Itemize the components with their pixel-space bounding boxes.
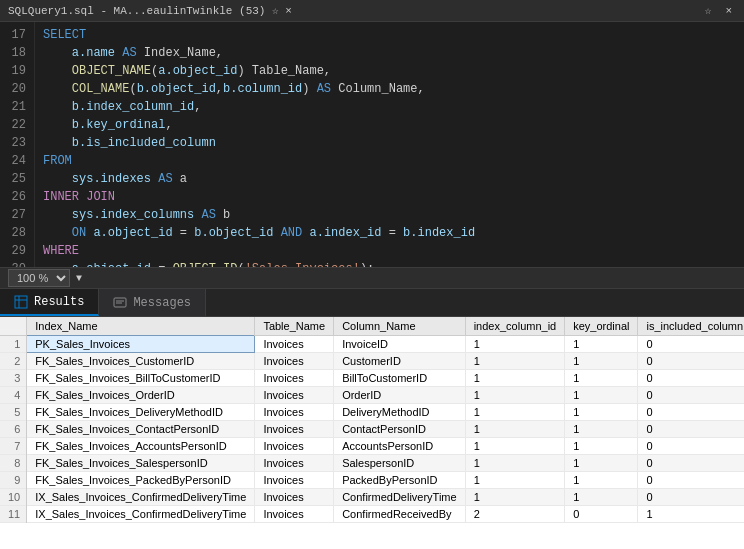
- table-cell: Invoices: [255, 387, 334, 404]
- tab-bar: Results Messages: [0, 289, 744, 317]
- table-cell: 1: [565, 336, 638, 353]
- table-cell: 1: [465, 472, 565, 489]
- code-token: AND: [281, 226, 303, 240]
- table-cell: 1: [465, 336, 565, 353]
- code-editor: 1718192021222324252627282930 SELECT a.na…: [0, 22, 744, 267]
- table-cell: 0: [638, 404, 744, 421]
- zoom-select[interactable]: 100 % 50 % 75 % 125 % 150 %: [8, 269, 70, 287]
- table-cell: 1: [465, 353, 565, 370]
- line-number: 26: [8, 188, 26, 206]
- table-cell: 0: [638, 438, 744, 455]
- code-token: COL_NAME: [43, 82, 129, 96]
- table-cell: 0: [638, 353, 744, 370]
- code-line: sys.indexes AS a: [43, 170, 736, 188]
- table-cell: 1: [565, 387, 638, 404]
- code-token: a.object_id: [93, 226, 172, 240]
- table-row: 8FK_Sales_Invoices_SalespersonIDInvoices…: [0, 455, 744, 472]
- table-cell: Invoices: [255, 336, 334, 353]
- code-token: [43, 208, 72, 222]
- tab-results[interactable]: Results: [0, 289, 99, 316]
- code-token: (: [129, 82, 136, 96]
- code-token: INNER JOIN: [43, 190, 115, 204]
- table-cell: InvoiceID: [334, 336, 466, 353]
- table-cell: ConfirmedReceivedBy: [334, 506, 466, 523]
- table-cell: OrderID: [334, 387, 466, 404]
- results-table-area[interactable]: Index_NameTable_NameColumn_Nameindex_col…: [0, 317, 744, 549]
- table-cell: FK_Sales_Invoices_DeliveryMethodID: [27, 404, 255, 421]
- table-row: 3FK_Sales_Invoices_BillToCustomerIDInvoi…: [0, 370, 744, 387]
- table-cell: 1: [465, 370, 565, 387]
- code-content[interactable]: SELECT a.name AS Index_Name, OBJECT_NAME…: [35, 22, 744, 267]
- row-number-cell: 4: [0, 387, 27, 404]
- table-cell: Invoices: [255, 506, 334, 523]
- column-header: key_ordinal: [565, 317, 638, 336]
- code-token: );: [360, 262, 374, 267]
- table-cell: FK_Sales_Invoices_PackedByPersonID: [27, 472, 255, 489]
- column-header: Index_Name: [27, 317, 255, 336]
- table-cell: 0: [638, 336, 744, 353]
- table-cell: FK_Sales_Invoices_CustomerID: [27, 353, 255, 370]
- code-token: a: [173, 172, 187, 186]
- title-bar: SQLQuery1.sql - MA...eaulinTwinkle (53) …: [0, 0, 744, 22]
- table-cell: 0: [565, 506, 638, 523]
- code-line: sys.index_columns AS b: [43, 206, 736, 224]
- table-cell: IX_Sales_Invoices_ConfirmedDeliveryTime: [27, 506, 255, 523]
- code-line: FROM: [43, 152, 736, 170]
- table-row: 4FK_Sales_Invoices_OrderIDInvoicesOrderI…: [0, 387, 744, 404]
- row-number-cell: 9: [0, 472, 27, 489]
- line-number: 27: [8, 206, 26, 224]
- table-cell: Invoices: [255, 353, 334, 370]
- table-cell: 1: [465, 455, 565, 472]
- code-token: (: [237, 262, 244, 267]
- table-row: 9FK_Sales_Invoices_PackedByPersonIDInvoi…: [0, 472, 744, 489]
- code-line: a.object_id = OBJECT_ID('Sales.Invoices'…: [43, 260, 736, 267]
- code-token: sys.indexes: [72, 172, 151, 186]
- row-number-cell: 1: [0, 336, 27, 353]
- svg-rect-0: [15, 296, 27, 308]
- pin-button[interactable]: ☆: [701, 4, 716, 17]
- table-cell: 0: [638, 472, 744, 489]
- table-cell: 1: [565, 472, 638, 489]
- code-token: OBJECT_ID: [173, 262, 238, 267]
- code-token: b.is_included_column: [43, 136, 216, 150]
- code-line: a.name AS Index_Name,: [43, 44, 736, 62]
- code-token: ,: [194, 100, 201, 114]
- code-token: b.index_column_id: [43, 100, 194, 114]
- table-cell: ContactPersonID: [334, 421, 466, 438]
- code-token: ON: [43, 226, 86, 240]
- results-table: Index_NameTable_NameColumn_Nameindex_col…: [0, 317, 744, 523]
- close-button[interactable]: ×: [721, 5, 736, 17]
- code-token: ): [302, 82, 316, 96]
- table-cell: 1: [565, 489, 638, 506]
- code-token: WHERE: [43, 244, 79, 258]
- line-number: 24: [8, 152, 26, 170]
- code-token: FROM: [43, 154, 72, 168]
- table-cell: 1: [638, 506, 744, 523]
- table-cell: 0: [638, 387, 744, 404]
- code-token: [43, 262, 72, 267]
- column-header: is_included_column: [638, 317, 744, 336]
- line-number: 25: [8, 170, 26, 188]
- table-cell: FK_Sales_Invoices_OrderID: [27, 387, 255, 404]
- row-number-cell: 7: [0, 438, 27, 455]
- table-cell: DeliveryMethodID: [334, 404, 466, 421]
- line-number: 30: [8, 260, 26, 267]
- code-token: [43, 172, 72, 186]
- table-row: 5FK_Sales_Invoices_DeliveryMethodIDInvoi…: [0, 404, 744, 421]
- row-number-cell: 5: [0, 404, 27, 421]
- code-token: a.object_id: [158, 64, 237, 78]
- code-token: OBJECT_NAME: [43, 64, 151, 78]
- table-cell: AccountsPersonID: [334, 438, 466, 455]
- row-number-cell: 3: [0, 370, 27, 387]
- code-token: =: [151, 262, 173, 267]
- code-line: OBJECT_NAME(a.object_id) Table_Name,: [43, 62, 736, 80]
- table-cell: 1: [565, 404, 638, 421]
- code-token: AS: [158, 172, 172, 186]
- line-number: 20: [8, 80, 26, 98]
- results-container: Index_NameTable_NameColumn_Nameindex_col…: [0, 317, 744, 549]
- line-number: 19: [8, 62, 26, 80]
- row-num-header: [0, 317, 27, 336]
- tab-messages[interactable]: Messages: [99, 289, 206, 316]
- row-number-cell: 11: [0, 506, 27, 523]
- code-token: a.name: [43, 46, 115, 60]
